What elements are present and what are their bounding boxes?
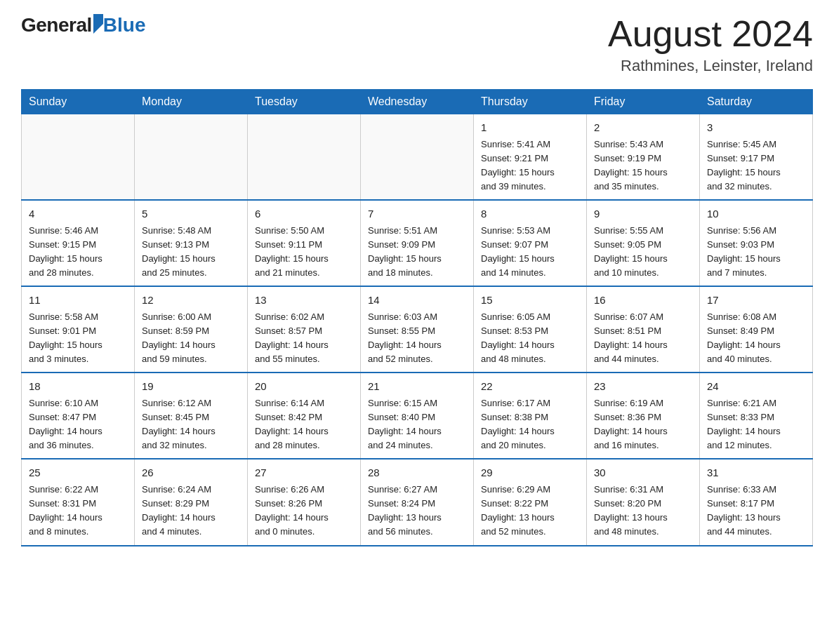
calendar-day-cell: 25Sunrise: 6:22 AMSunset: 8:31 PMDayligh… <box>22 459 135 545</box>
day-info: Sunrise: 6:07 AMSunset: 8:51 PMDaylight:… <box>594 310 692 367</box>
day-info: Sunrise: 6:15 AMSunset: 8:40 PMDaylight:… <box>368 396 466 453</box>
day-info: Sunrise: 6:00 AMSunset: 8:59 PMDaylight:… <box>142 310 240 367</box>
day-number: 26 <box>142 465 240 481</box>
day-info: Sunrise: 6:12 AMSunset: 8:45 PMDaylight:… <box>142 396 240 453</box>
calendar-day-cell: 31Sunrise: 6:33 AMSunset: 8:17 PMDayligh… <box>700 459 813 545</box>
calendar-day-cell: 6Sunrise: 5:50 AMSunset: 9:11 PMDaylight… <box>248 200 361 286</box>
day-info: Sunrise: 6:05 AMSunset: 8:53 PMDaylight:… <box>481 310 579 367</box>
page-header: General Blue August 2024 Rathmines, Lein… <box>21 14 813 75</box>
calendar-day-cell: 12Sunrise: 6:00 AMSunset: 8:59 PMDayligh… <box>135 286 248 373</box>
day-info: Sunrise: 6:17 AMSunset: 8:38 PMDaylight:… <box>481 396 579 453</box>
location-title: Rathmines, Leinster, Ireland <box>608 57 813 75</box>
day-info: Sunrise: 5:48 AMSunset: 9:13 PMDaylight:… <box>142 224 240 281</box>
calendar-day-cell: 2Sunrise: 5:43 AMSunset: 9:19 PMDaylight… <box>587 114 700 201</box>
day-info: Sunrise: 6:26 AMSunset: 8:26 PMDaylight:… <box>255 483 353 539</box>
day-info: Sunrise: 6:02 AMSunset: 8:57 PMDaylight:… <box>255 310 353 367</box>
calendar-header-sunday: Sunday <box>22 90 135 114</box>
day-info: Sunrise: 5:58 AMSunset: 9:01 PMDaylight:… <box>29 310 127 367</box>
logo: General Blue <box>21 14 145 36</box>
day-number: 30 <box>594 465 692 481</box>
day-info: Sunrise: 6:24 AMSunset: 8:29 PMDaylight:… <box>142 483 240 539</box>
calendar-day-cell <box>361 114 474 201</box>
calendar-week-row: 1Sunrise: 5:41 AMSunset: 9:21 PMDaylight… <box>22 114 813 201</box>
day-info: Sunrise: 6:14 AMSunset: 8:42 PMDaylight:… <box>255 396 353 453</box>
calendar-header-friday: Friday <box>587 90 700 114</box>
calendar-header-saturday: Saturday <box>700 90 813 114</box>
day-number: 1 <box>481 120 579 136</box>
day-number: 3 <box>707 120 805 136</box>
day-info: Sunrise: 6:19 AMSunset: 8:36 PMDaylight:… <box>594 396 692 453</box>
day-number: 14 <box>368 293 466 309</box>
calendar-day-cell: 10Sunrise: 5:56 AMSunset: 9:03 PMDayligh… <box>700 200 813 286</box>
calendar-header-thursday: Thursday <box>474 90 587 114</box>
day-info: Sunrise: 6:22 AMSunset: 8:31 PMDaylight:… <box>29 483 127 539</box>
day-number: 16 <box>594 293 692 309</box>
day-info: Sunrise: 6:21 AMSunset: 8:33 PMDaylight:… <box>707 396 805 453</box>
day-number: 9 <box>594 206 692 222</box>
day-number: 6 <box>255 206 353 222</box>
calendar-day-cell: 22Sunrise: 6:17 AMSunset: 8:38 PMDayligh… <box>474 373 587 459</box>
title-area: August 2024 Rathmines, Leinster, Ireland <box>608 14 813 75</box>
month-title: August 2024 <box>608 14 813 54</box>
calendar-day-cell <box>22 114 135 201</box>
calendar-week-row: 25Sunrise: 6:22 AMSunset: 8:31 PMDayligh… <box>22 459 813 545</box>
calendar-day-cell: 28Sunrise: 6:27 AMSunset: 8:24 PMDayligh… <box>361 459 474 545</box>
day-number: 12 <box>142 293 240 309</box>
calendar-day-cell: 15Sunrise: 6:05 AMSunset: 8:53 PMDayligh… <box>474 286 587 373</box>
calendar-header-row: SundayMondayTuesdayWednesdayThursdayFrid… <box>22 90 813 114</box>
day-number: 22 <box>481 379 579 395</box>
calendar-day-cell: 27Sunrise: 6:26 AMSunset: 8:26 PMDayligh… <box>248 459 361 545</box>
day-info: Sunrise: 5:46 AMSunset: 9:15 PMDaylight:… <box>29 224 127 281</box>
day-info: Sunrise: 6:33 AMSunset: 8:17 PMDaylight:… <box>707 483 805 539</box>
calendar-day-cell: 19Sunrise: 6:12 AMSunset: 8:45 PMDayligh… <box>135 373 248 459</box>
day-info: Sunrise: 5:55 AMSunset: 9:05 PMDaylight:… <box>594 224 692 281</box>
calendar-day-cell: 30Sunrise: 6:31 AMSunset: 8:20 PMDayligh… <box>587 459 700 545</box>
day-number: 24 <box>707 379 805 395</box>
day-number: 20 <box>255 379 353 395</box>
day-number: 25 <box>29 465 127 481</box>
day-number: 8 <box>481 206 579 222</box>
day-number: 27 <box>255 465 353 481</box>
day-number: 2 <box>594 120 692 136</box>
calendar-day-cell: 21Sunrise: 6:15 AMSunset: 8:40 PMDayligh… <box>361 373 474 459</box>
day-number: 31 <box>707 465 805 481</box>
calendar-day-cell: 1Sunrise: 5:41 AMSunset: 9:21 PMDaylight… <box>474 114 587 201</box>
day-info: Sunrise: 6:08 AMSunset: 8:49 PMDaylight:… <box>707 310 805 367</box>
day-number: 28 <box>368 465 466 481</box>
calendar-day-cell <box>248 114 361 201</box>
day-number: 19 <box>142 379 240 395</box>
day-number: 17 <box>707 293 805 309</box>
calendar-week-row: 4Sunrise: 5:46 AMSunset: 9:15 PMDaylight… <box>22 200 813 286</box>
day-info: Sunrise: 6:29 AMSunset: 8:22 PMDaylight:… <box>481 483 579 539</box>
calendar-week-row: 11Sunrise: 5:58 AMSunset: 9:01 PMDayligh… <box>22 286 813 373</box>
logo-arrow-icon <box>93 14 103 34</box>
day-number: 10 <box>707 206 805 222</box>
day-number: 18 <box>29 379 127 395</box>
calendar-day-cell: 9Sunrise: 5:55 AMSunset: 9:05 PMDaylight… <box>587 200 700 286</box>
day-info: Sunrise: 6:03 AMSunset: 8:55 PMDaylight:… <box>368 310 466 367</box>
calendar-header-monday: Monday <box>135 90 248 114</box>
calendar-week-row: 18Sunrise: 6:10 AMSunset: 8:47 PMDayligh… <box>22 373 813 459</box>
day-info: Sunrise: 5:41 AMSunset: 9:21 PMDaylight:… <box>481 137 579 194</box>
calendar-table: SundayMondayTuesdayWednesdayThursdayFrid… <box>21 89 813 546</box>
day-number: 21 <box>368 379 466 395</box>
day-info: Sunrise: 5:50 AMSunset: 9:11 PMDaylight:… <box>255 224 353 281</box>
calendar-day-cell: 5Sunrise: 5:48 AMSunset: 9:13 PMDaylight… <box>135 200 248 286</box>
day-info: Sunrise: 6:10 AMSunset: 8:47 PMDaylight:… <box>29 396 127 453</box>
calendar-day-cell <box>135 114 248 201</box>
calendar-day-cell: 24Sunrise: 6:21 AMSunset: 8:33 PMDayligh… <box>700 373 813 459</box>
day-info: Sunrise: 5:53 AMSunset: 9:07 PMDaylight:… <box>481 224 579 281</box>
day-number: 4 <box>29 206 127 222</box>
calendar-day-cell: 29Sunrise: 6:29 AMSunset: 8:22 PMDayligh… <box>474 459 587 545</box>
day-info: Sunrise: 5:56 AMSunset: 9:03 PMDaylight:… <box>707 224 805 281</box>
calendar-day-cell: 20Sunrise: 6:14 AMSunset: 8:42 PMDayligh… <box>248 373 361 459</box>
calendar-day-cell: 11Sunrise: 5:58 AMSunset: 9:01 PMDayligh… <box>22 286 135 373</box>
calendar-day-cell: 7Sunrise: 5:51 AMSunset: 9:09 PMDaylight… <box>361 200 474 286</box>
day-info: Sunrise: 6:31 AMSunset: 8:20 PMDaylight:… <box>594 483 692 539</box>
day-number: 13 <box>255 293 353 309</box>
calendar-header-tuesday: Tuesday <box>248 90 361 114</box>
day-number: 29 <box>481 465 579 481</box>
logo-blue-part: Blue <box>92 14 146 36</box>
day-number: 5 <box>142 206 240 222</box>
calendar-day-cell: 23Sunrise: 6:19 AMSunset: 8:36 PMDayligh… <box>587 373 700 459</box>
